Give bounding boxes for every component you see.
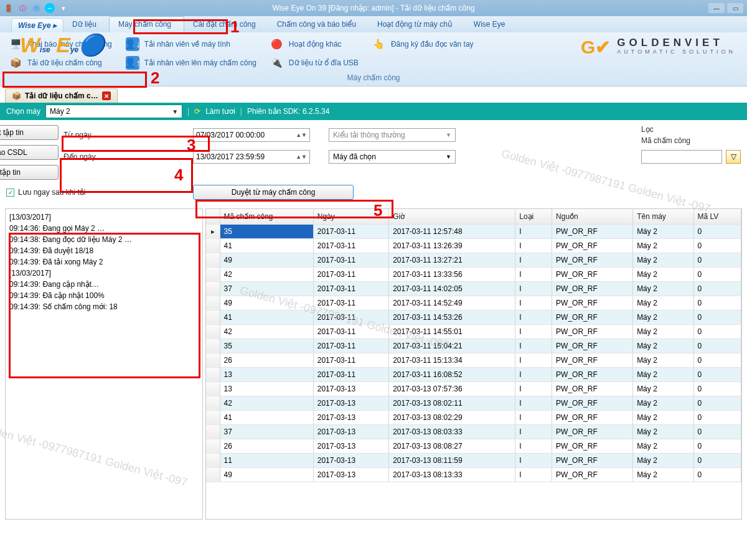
col-header[interactable]: Tên máy bbox=[633, 209, 693, 224]
ribbon: 🖥️Khai báo máy chấm công 📦Tải dữ liệu ch… bbox=[0, 32, 747, 86]
menu-machine[interactable]: Máy chấm công bbox=[109, 16, 184, 32]
table-row[interactable]: 422017-03-112017-03-11 13:33:56IPW_OR_RF… bbox=[206, 267, 741, 281]
ribbon-upload-employee[interactable]: 👤↑Tải nhân viên lên máy chấm công bbox=[126, 56, 256, 70]
menu-report[interactable]: Chấm công và báo biểu bbox=[268, 17, 369, 32]
chevron-down-icon: ▼ bbox=[446, 154, 451, 160]
table-row[interactable]: 352017-03-112017-03-11 15:04:21IPW_OR_RF… bbox=[206, 338, 741, 353]
window-title: Wise Eye On 39 [Đăng nhập: admin] - Tải … bbox=[0, 4, 747, 12]
goldenviet-logo: G✔ GOLDENVIET AUTOMATIC SOLUTION bbox=[581, 36, 736, 58]
machine-combo[interactable]: Máy 2▼ bbox=[45, 105, 182, 118]
brand-tab[interactable]: Wise Eye ▸ bbox=[11, 18, 63, 32]
col-header[interactable]: Giờ bbox=[389, 209, 515, 224]
table-row[interactable]: 422017-03-132017-03-13 08:02:11IPW_OR_RF… bbox=[206, 396, 741, 410]
table-row[interactable]: ▸352017-03-112017-03-11 12:57:48IPW_OR_R… bbox=[206, 224, 741, 238]
from-date-input[interactable]: 07/03/2017 00:00:00▲▼ bbox=[193, 128, 310, 142]
user-down-icon: 👤↓ bbox=[126, 37, 139, 51]
load-type-combo[interactable]: Kiểu tải thông thường▼ bbox=[329, 128, 456, 142]
table-row[interactable]: 372017-03-112017-03-11 14:02:05IPW_OR_RF… bbox=[206, 281, 741, 296]
table-row[interactable]: 492017-03-112017-03-11 13:27:21IPW_OR_RF… bbox=[206, 253, 741, 267]
titlebar: 🚪 ⓘ ⓔ ↔ ▾ Wise Eye On 39 [Đăng nhập: adm… bbox=[0, 0, 747, 16]
save-db-button[interactable]: Lưu vào CSDL bbox=[0, 145, 59, 160]
table-row[interactable]: 422017-03-112017-03-11 14:55:01IPW_OR_RF… bbox=[206, 324, 741, 338]
filter-dropdown-button[interactable]: ▽ bbox=[726, 150, 741, 164]
table-row[interactable]: 112017-03-132017-03-13 08:11:59IPW_OR_RF… bbox=[206, 453, 741, 467]
package-icon: 📦 bbox=[9, 56, 22, 70]
fingerprint-icon: 👆 bbox=[372, 37, 386, 51]
table-row[interactable]: 132017-03-112017-03-11 16:08:52IPW_OR_RF… bbox=[206, 367, 741, 381]
from-date-label: Từ ngày bbox=[63, 131, 188, 139]
main-menu: Wise Eye ▸ Dữ liệu Máy chấm công Cài đặt… bbox=[0, 16, 747, 32]
table-row[interactable]: 412017-03-132017-03-13 08:02:29IPW_OR_RF… bbox=[206, 410, 741, 424]
ribbon-usb-data[interactable]: 🔌Dữ liệu từ ổ đĩa USB bbox=[270, 56, 359, 70]
spinner-icon[interactable]: ▲▼ bbox=[296, 132, 307, 138]
table-row[interactable]: 412017-03-112017-03-11 14:53:26IPW_OR_RF… bbox=[206, 310, 741, 324]
checkbox-checked-icon: ✓ bbox=[6, 189, 14, 197]
usb-icon: 🔌 bbox=[270, 56, 284, 70]
gv-mark-icon: G✔ bbox=[581, 36, 611, 58]
table-row[interactable]: 132017-03-132017-03-13 07:57:36IPW_OR_RF… bbox=[206, 381, 741, 396]
user-up-icon: 👤↑ bbox=[126, 56, 139, 70]
choose-machine-label: Chọn máy bbox=[6, 107, 40, 116]
package-icon: 📦 bbox=[12, 91, 21, 100]
table-row[interactable]: 262017-03-112017-03-11 15:13:34IPW_OR_RF… bbox=[206, 353, 741, 367]
ribbon-register-fingerprint[interactable]: 👆Đăng ký đầu đọc vân tay bbox=[372, 37, 474, 51]
ribbon-download-employee[interactable]: 👤↓Tải nhân viên về máy tính bbox=[126, 37, 256, 51]
browse-file-button[interactable]: Duyệt tập tin bbox=[0, 125, 59, 140]
to-date-input[interactable]: 13/03/2017 23:59:59▲▼ bbox=[193, 150, 310, 164]
log-output: [13/03/2017] 09:14:36: Đang gọi Máy 2 … … bbox=[5, 208, 203, 520]
col-header[interactable]: Mã chấm công bbox=[220, 209, 313, 224]
menu-wiseeye[interactable]: Wise Eye bbox=[465, 17, 518, 32]
col-header[interactable]: Loại bbox=[515, 209, 552, 224]
menu-settings[interactable]: Cài đặt chấm công bbox=[184, 17, 268, 32]
ribbon-declare-machine[interactable]: 🖥️Khai báo máy chấm công bbox=[9, 37, 112, 51]
machine-selected-combo[interactable]: Máy đã chọn▼ bbox=[329, 150, 456, 164]
monitor-icon: 🖥️ bbox=[9, 37, 22, 51]
code-filter-input[interactable] bbox=[641, 150, 722, 164]
ribbon-group-caption: Máy chấm công bbox=[9, 73, 738, 82]
ribbon-other-activity[interactable]: 🔴Hoạt động khác bbox=[270, 37, 359, 51]
menu-server[interactable]: Hoạt động từ máy chủ bbox=[369, 17, 465, 32]
chevron-down-icon: ▼ bbox=[446, 132, 451, 138]
toolstrip: Chọn máy Máy 2▼ | ⟳ Làm tươi | Phiên bản… bbox=[0, 103, 747, 120]
doctab-download-data[interactable]: 📦 Tải dữ liệu chấm c… ✕ bbox=[5, 88, 118, 103]
col-header[interactable] bbox=[206, 209, 220, 224]
table-row[interactable]: 492017-03-112017-03-11 14:52:49IPW_OR_RF… bbox=[206, 296, 741, 310]
menu-data[interactable]: Dữ liệu bbox=[63, 17, 109, 32]
table-row[interactable]: 372017-03-132017-03-13 08:03:33IPW_OR_RF… bbox=[206, 424, 741, 439]
table-row[interactable]: 492017-03-132017-03-13 08:13:33IPW_OR_RF… bbox=[206, 467, 741, 482]
table-row[interactable]: 262017-03-132017-03-13 08:08:27IPW_OR_RF… bbox=[206, 439, 741, 453]
pie-icon: 🔴 bbox=[270, 37, 284, 51]
sdk-version: Phiên bản SDK: 6.2.5.34 bbox=[247, 107, 329, 116]
chevron-down-icon: ▼ bbox=[172, 108, 178, 115]
col-header[interactable]: Mã LV bbox=[693, 209, 741, 224]
save-after-download-checkbox[interactable]: ✓ Lưu ngay sau khi tải bbox=[6, 188, 188, 197]
ribbon-download-data[interactable]: 📦Tải dữ liệu chấm công bbox=[9, 56, 112, 70]
col-header[interactable]: Nguồn bbox=[552, 209, 633, 224]
to-date-label: Đến ngày bbox=[63, 152, 188, 161]
refresh-icon[interactable]: ⟳ bbox=[194, 107, 200, 116]
browse-from-machine-button[interactable]: Duyệt từ máy chấm công bbox=[193, 185, 354, 200]
col-header[interactable]: Ngày bbox=[313, 209, 388, 224]
code-label: Mã chấm công bbox=[641, 136, 741, 145]
spinner-icon[interactable]: ▲▼ bbox=[296, 154, 307, 160]
save-file-button[interactable]: Lưu tập tin bbox=[0, 165, 59, 180]
table-row[interactable]: 412017-03-112017-03-11 13:26:39IPW_OR_RF… bbox=[206, 238, 741, 253]
refresh-button[interactable]: Làm tươi bbox=[205, 107, 235, 116]
filter-panel: Từ ngày 07/03/2017 00:00:00▲▼ Kiểu tải t… bbox=[0, 120, 747, 206]
document-tabs: 📦 Tải dữ liệu chấm c… ✕ bbox=[0, 86, 747, 103]
filter-group-label: Lọc bbox=[641, 125, 741, 134]
attendance-table[interactable]: Mã chấm côngNgàyGiờLoạiNguồnTên máyMã LV… bbox=[205, 208, 742, 520]
close-tab-icon[interactable]: ✕ bbox=[102, 91, 111, 100]
